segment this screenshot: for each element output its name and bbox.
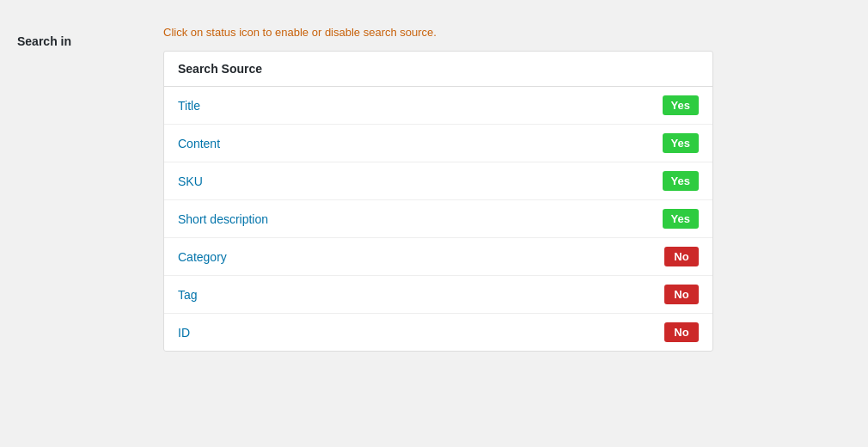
status-badge-content[interactable]: Yes — [663, 133, 699, 153]
table-row: IDNo — [164, 314, 712, 351]
status-badge-short-description[interactable]: Yes — [663, 209, 699, 229]
main-content: Click on status icon to enable or disabl… — [155, 17, 868, 360]
table-row: TagNo — [164, 276, 712, 314]
status-badge-category[interactable]: No — [664, 247, 699, 266]
table-row: ContentYes — [164, 125, 712, 162]
status-badge-id[interactable]: No — [664, 322, 699, 342]
row-label-tag: Tag — [178, 288, 198, 302]
row-label-sku: SKU — [178, 175, 203, 188]
left-panel: Search in — [0, 17, 155, 65]
row-label-short-description: Short description — [178, 212, 268, 226]
status-badge-sku[interactable]: Yes — [663, 171, 699, 191]
table-row: Short descriptionYes — [164, 200, 712, 238]
row-label-content: Content — [178, 137, 220, 150]
table-row: TitleYes — [164, 87, 712, 125]
search-in-label: Search in — [17, 34, 71, 48]
status-badge-title[interactable]: Yes — [663, 95, 699, 115]
row-label-category: Category — [178, 250, 227, 264]
table-row: CategoryNo — [164, 238, 712, 276]
status-badge-tag[interactable]: No — [664, 285, 699, 304]
row-label-title: Title — [178, 99, 200, 113]
search-source-table: Search Source TitleYesContentYesSKUYesSh… — [163, 51, 713, 352]
row-label-id: ID — [178, 326, 190, 340]
table-row: SKUYes — [164, 162, 712, 200]
info-text: Click on status icon to enable or disabl… — [163, 26, 851, 39]
table-header: Search Source — [164, 52, 712, 87]
